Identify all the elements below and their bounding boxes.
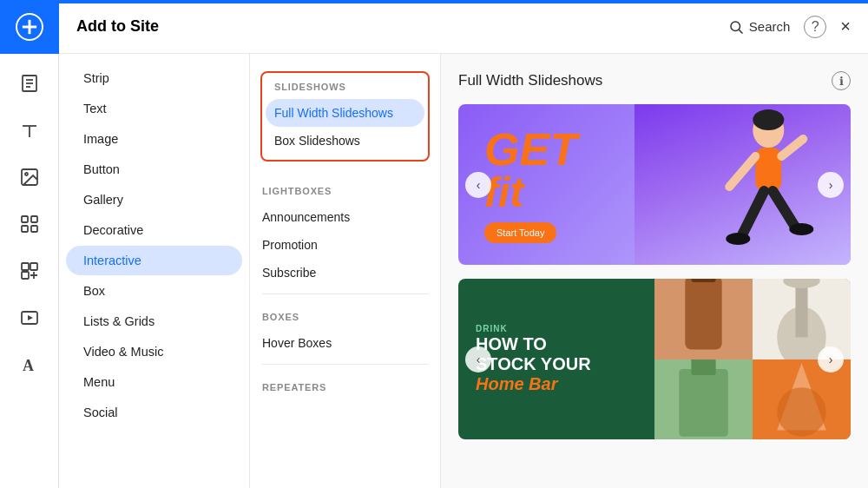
svg-rect-38 xyxy=(679,368,728,436)
nav-item-video-music[interactable]: Video & Music xyxy=(66,337,242,366)
add-button-area[interactable] xyxy=(0,0,59,54)
fitness-text-block: GET fit Start Today xyxy=(484,127,577,243)
sidebar-icons: A xyxy=(0,54,58,386)
nav-item-image[interactable]: Image xyxy=(66,124,242,154)
sidebar-widget-icon[interactable] xyxy=(9,250,50,292)
svg-rect-22 xyxy=(756,148,782,191)
bar-card-bg: DRINK HOW TO STOCK YOUR Home Bar xyxy=(458,279,851,439)
svg-rect-15 xyxy=(22,272,29,279)
svg-line-26 xyxy=(773,191,795,226)
left-nav: Strip Text Image Button Gallery Decorati… xyxy=(59,54,250,488)
close-button[interactable]: × xyxy=(840,16,851,36)
nav-item-strip[interactable]: Strip xyxy=(66,63,242,93)
fitness-card-bg: GET fit Start Today xyxy=(458,104,851,265)
bar-img-3 xyxy=(654,359,753,440)
bar-line3: Home Bar xyxy=(476,374,637,394)
bar-line2: STOCK YOUR xyxy=(476,354,637,374)
box-slideshows-item[interactable]: Box Slideshows xyxy=(262,127,428,155)
search-button[interactable]: Search xyxy=(728,19,791,35)
full-width-slideshows-item[interactable]: Full Width Slideshows xyxy=(266,99,424,127)
sidebar-font-icon[interactable]: A xyxy=(9,344,50,386)
sidebar-image-icon[interactable] xyxy=(9,156,50,198)
nav-item-menu[interactable]: Menu xyxy=(66,367,242,397)
fitness-slideshow-card[interactable]: GET fit Start Today xyxy=(458,104,851,265)
card2-next-arrow[interactable]: › xyxy=(818,346,844,373)
svg-point-27 xyxy=(727,233,751,245)
svg-marker-17 xyxy=(28,315,33,320)
nav-item-gallery[interactable]: Gallery xyxy=(66,185,242,214)
svg-point-42 xyxy=(777,387,826,437)
header: Add to Site Search ? × xyxy=(59,0,868,54)
subscribe-item[interactable]: Subscribe xyxy=(250,259,440,287)
header-title: Add to Site xyxy=(76,17,159,36)
svg-rect-11 xyxy=(22,226,28,232)
repeaters-label: REPEATERS xyxy=(250,372,440,399)
section-divider xyxy=(262,293,428,294)
fitness-cta-button[interactable]: Start Today xyxy=(484,222,556,243)
promotion-item[interactable]: Promotion xyxy=(250,231,440,259)
svg-rect-13 xyxy=(22,263,29,270)
card1-prev-arrow[interactable]: ‹ xyxy=(465,172,491,198)
top-accent-bar xyxy=(0,0,868,3)
sidebar-app-icon[interactable] xyxy=(9,203,50,245)
card2-prev-arrow[interactable]: ‹ xyxy=(465,346,491,373)
bar-line1: HOW TO xyxy=(476,333,637,354)
svg-text:A: A xyxy=(23,357,34,374)
svg-line-25 xyxy=(743,191,765,234)
card1-next-arrow[interactable]: › xyxy=(818,172,844,198)
svg-line-20 xyxy=(739,30,742,33)
nav-item-button[interactable]: Button xyxy=(66,155,242,184)
svg-line-23 xyxy=(730,156,756,187)
bar-img-4 xyxy=(753,359,851,440)
fitness-get-text: GET xyxy=(484,127,577,172)
right-panel: Full Width Slideshows ℹ GET fit Start To… xyxy=(441,54,868,488)
add-icon[interactable] xyxy=(16,13,43,41)
nav-item-text[interactable]: Text xyxy=(66,94,242,123)
search-icon xyxy=(728,19,744,35)
info-icon[interactable]: ℹ xyxy=(832,71,851,90)
svg-rect-35 xyxy=(795,282,807,338)
sidebar-page-icon[interactable] xyxy=(9,63,50,104)
sidebar-text-icon[interactable] xyxy=(9,109,50,151)
lightboxes-label: LIGHTBOXES xyxy=(250,175,440,203)
bar-slideshow-card[interactable]: DRINK HOW TO STOCK YOUR Home Bar xyxy=(458,279,851,439)
bar-drink-label: DRINK xyxy=(476,324,637,333)
section-divider-2 xyxy=(262,364,428,365)
middle-nav: SLIDESHOWS Full Width Slideshows Box Sli… xyxy=(250,54,441,488)
svg-rect-12 xyxy=(31,226,37,232)
svg-rect-10 xyxy=(31,216,37,222)
icon-sidebar: A xyxy=(0,0,59,488)
search-label: Search xyxy=(749,19,791,34)
nav-item-box[interactable]: Box xyxy=(66,276,242,306)
svg-point-8 xyxy=(25,173,28,175)
svg-point-28 xyxy=(790,223,814,235)
sidebar-media-icon[interactable] xyxy=(9,297,50,339)
slideshows-section-box: SLIDESHOWS Full Width Slideshows Box Sli… xyxy=(260,71,430,162)
fitness-fit-text: fit xyxy=(484,172,577,214)
svg-line-24 xyxy=(782,139,804,156)
svg-rect-39 xyxy=(691,359,715,375)
bar-img-1 xyxy=(654,279,753,359)
nav-item-decorative[interactable]: Decorative xyxy=(66,215,242,245)
svg-point-19 xyxy=(731,22,740,31)
right-panel-header: Full Width Slideshows ℹ xyxy=(458,71,851,90)
nav-item-social[interactable]: Social xyxy=(66,398,242,427)
nav-item-interactive[interactable]: Interactive xyxy=(66,246,242,275)
hover-boxes-item[interactable]: Hover Boxes xyxy=(250,329,440,357)
svg-rect-31 xyxy=(685,279,721,350)
slideshows-label: SLIDESHOWS xyxy=(262,82,428,99)
svg-rect-9 xyxy=(22,216,28,222)
nav-item-lists-grids[interactable]: Lists & Grids xyxy=(66,307,242,336)
help-button[interactable]: ? xyxy=(804,16,826,38)
svg-rect-14 xyxy=(30,263,37,270)
header-actions: Search ? × xyxy=(728,16,851,38)
main-panel: Add to Site Search ? × Strip Text Image … xyxy=(59,0,868,488)
announcements-item[interactable]: Announcements xyxy=(250,203,440,231)
right-panel-title: Full Width Slideshows xyxy=(458,72,602,89)
content-area: Strip Text Image Button Gallery Decorati… xyxy=(59,54,868,488)
svg-point-29 xyxy=(753,109,785,130)
svg-rect-32 xyxy=(691,279,715,282)
boxes-label: BOXES xyxy=(250,301,440,329)
